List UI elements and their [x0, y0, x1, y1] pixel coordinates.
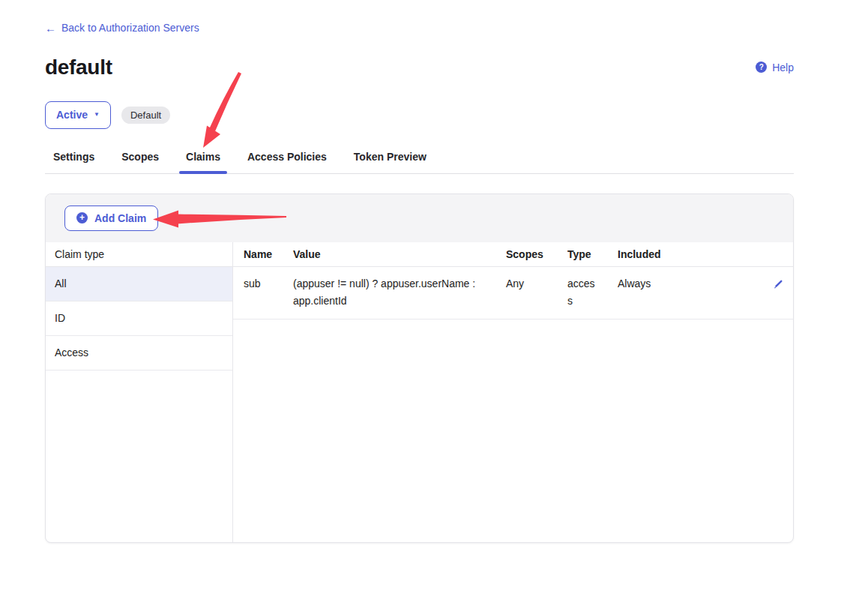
- tab-claims[interactable]: Claims: [179, 146, 227, 173]
- claims-panel: + Add Claim Claim type All ID Access Nam…: [45, 194, 794, 543]
- claim-included-cell: Always: [618, 275, 763, 292]
- claims-table: Name Value Scopes Type Included sub (app…: [233, 242, 793, 542]
- add-claim-button[interactable]: + Add Claim: [64, 206, 158, 231]
- title-row: default ? Help: [45, 56, 794, 80]
- claim-type-list-header: Claim type: [46, 242, 232, 267]
- claim-type-item-access[interactable]: Access: [46, 336, 232, 370]
- claim-type-cell: access: [567, 275, 618, 310]
- edit-claim-icon[interactable]: [772, 278, 784, 296]
- back-arrow-icon: ←: [45, 22, 56, 34]
- tab-settings[interactable]: Settings: [46, 146, 101, 173]
- back-to-authorization-servers-link[interactable]: ← Back to Authorization Servers: [45, 22, 199, 34]
- claims-panel-toolbar: + Add Claim: [46, 194, 793, 242]
- claim-scopes-cell: Any: [506, 275, 567, 292]
- chevron-down-icon: ▼: [94, 112, 100, 118]
- column-header-included: Included: [618, 248, 763, 260]
- column-header-scopes: Scopes: [506, 248, 567, 260]
- active-status-dropdown[interactable]: Active ▼: [45, 101, 111, 129]
- claim-type-item-id[interactable]: ID: [46, 302, 232, 336]
- default-badge: Default: [121, 106, 170, 124]
- claim-name-cell: sub: [244, 275, 293, 292]
- add-claim-button-label: Add Claim: [94, 212, 146, 224]
- column-header-value: Value: [293, 248, 506, 260]
- page-title: default: [45, 56, 112, 80]
- active-status-label: Active: [56, 109, 88, 121]
- table-row: sub (appuser != null) ? appuser.userName…: [233, 267, 793, 320]
- tab-scopes[interactable]: Scopes: [115, 146, 166, 173]
- claim-type-list: Claim type All ID Access: [46, 242, 233, 542]
- plus-icon: +: [76, 212, 88, 224]
- help-icon: ?: [756, 62, 767, 73]
- help-link[interactable]: ? Help: [756, 62, 794, 74]
- authorization-server-page: ← Back to Authorization Servers default …: [0, 0, 868, 606]
- help-link-label: Help: [772, 62, 794, 74]
- back-link-label: Back to Authorization Servers: [61, 22, 199, 34]
- tab-access-policies[interactable]: Access Policies: [241, 146, 334, 173]
- status-row: Active ▼ Default: [45, 101, 794, 129]
- claims-panel-body: Claim type All ID Access Name Value Scop…: [46, 242, 793, 542]
- claim-value-cell: (appuser != null) ? appuser.userName : a…: [293, 275, 506, 310]
- column-header-name: Name: [244, 248, 293, 260]
- column-header-type: Type: [567, 248, 618, 260]
- claim-type-item-all[interactable]: All: [46, 267, 232, 302]
- tab-token-preview[interactable]: Token Preview: [347, 146, 433, 173]
- tab-bar: Settings Scopes Claims Access Policies T…: [45, 146, 794, 174]
- claims-table-header-row: Name Value Scopes Type Included: [233, 242, 793, 267]
